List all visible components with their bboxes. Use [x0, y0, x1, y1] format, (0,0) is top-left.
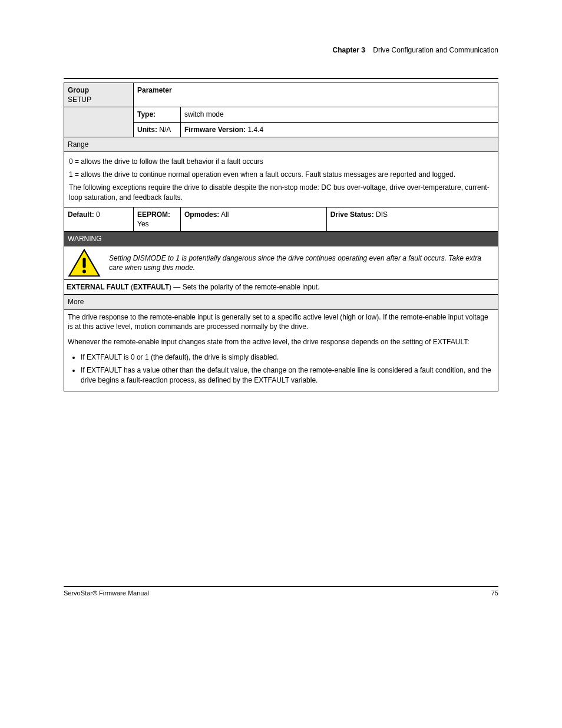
opmodes-cell: Opmodes: All	[181, 207, 327, 231]
group-label-text: Group	[68, 86, 89, 94]
more-bullet-1: If EXTFAULT has a value other than the d…	[81, 365, 494, 384]
units-label: Units:	[137, 126, 157, 134]
more-heading: More	[64, 295, 498, 309]
more-bullet-0: If EXTFAULT is 0 or 1 (the default), the…	[81, 353, 494, 362]
extfault-heading: EXTERNAL FAULT (EXTFAULT) — Sets the pol…	[64, 280, 498, 295]
top-rule	[64, 78, 498, 79]
eeprom-cell: EEPROM: Yes	[134, 207, 181, 231]
more-intro: The drive response to the remote-enable …	[68, 312, 494, 331]
footer-left: ServoStar® Firmware Manual	[64, 589, 149, 597]
units-cell: Units: N/A	[134, 122, 181, 137]
range-line-1: 1 = allows the drive to continue normal …	[69, 170, 493, 179]
warning-heading: WARNING	[64, 232, 498, 246]
default-value: 0	[96, 210, 100, 219]
group-value: SETUP	[68, 95, 91, 104]
type-value: switch mode	[181, 107, 498, 122]
warning-triangle-icon	[68, 249, 101, 277]
range-content: 0 = allows the drive to follow the fault…	[64, 151, 498, 207]
more-followup: Whenever the remote-enable input changes…	[68, 337, 494, 347]
chapter-label: Chapter 3	[333, 46, 365, 54]
eeprom-label: EEPROM:	[137, 210, 170, 219]
range-line-0: 0 = allows the drive to follow the fault…	[69, 157, 493, 166]
page-footer: ServoStar® Firmware Manual 75	[64, 587, 498, 597]
header-title-text: Drive Configuration and Communication	[373, 46, 498, 54]
group-label: Group SETUP	[64, 83, 134, 107]
more-content: The drive response to the remote-enable …	[64, 309, 498, 391]
extfault-heading-text: EXTERNAL FAULT	[67, 283, 129, 291]
header-title	[367, 46, 373, 54]
units-value: N/A	[159, 126, 171, 134]
opmodes-value: All	[221, 210, 229, 219]
drivestatus-value: DIS	[376, 210, 388, 219]
extfault-name: EXTFAULT	[133, 283, 169, 291]
warning-text: Setting DISMODE to 1 is potentially dang…	[109, 253, 494, 272]
footer-right: 75	[491, 589, 498, 597]
more-bullets: If EXTFAULT is 0 or 1 (the default), the…	[81, 353, 494, 385]
parameter-label: Parameter	[137, 86, 172, 94]
extfault-desc: Sets the polarity of the remote-enable i…	[183, 283, 320, 291]
parameter-cell: Parameter	[134, 83, 498, 107]
opmodes-label: Opmodes:	[184, 210, 219, 219]
drivestatus-label: Drive Status:	[330, 210, 374, 219]
range-line-2: The following exceptions require the dri…	[69, 183, 493, 202]
svg-point-2	[82, 270, 86, 274]
drivestatus-cell: Drive Status: DIS	[326, 207, 498, 231]
type-cell: Type:	[134, 107, 181, 122]
parameter-table: Group SETUP Parameter Type: switch mode …	[64, 83, 498, 391]
eeprom-value: Yes	[137, 220, 149, 228]
range-heading: Range	[64, 137, 498, 151]
blank-left	[64, 107, 134, 137]
default-cell: Default: 0	[64, 207, 134, 231]
warning-row: Setting DISMODE to 1 is potentially dang…	[64, 246, 498, 280]
svg-rect-1	[82, 258, 85, 268]
fw-value: 1.4.4	[247, 126, 263, 134]
default-label: Default:	[68, 210, 94, 219]
type-label: Type:	[137, 110, 156, 118]
page-header: Chapter 3 Drive Configuration and Commun…	[64, 46, 498, 54]
fw-label: Firmware Version:	[184, 126, 246, 134]
fw-cell: Firmware Version: 1.4.4	[181, 122, 498, 137]
